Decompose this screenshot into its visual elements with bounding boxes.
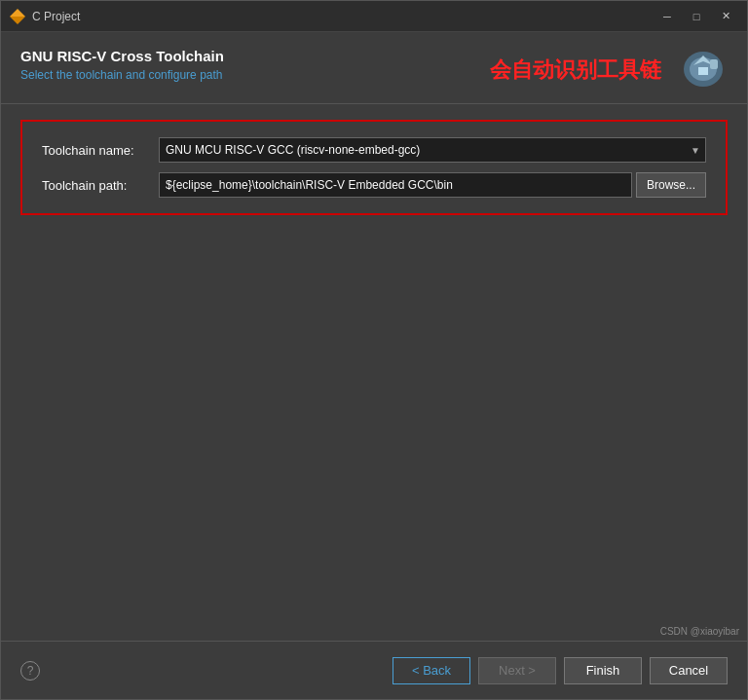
dialog-title: GNU RISC-V Cross Toolchain [20, 48, 224, 64]
browse-button[interactable]: Browse... [636, 172, 706, 198]
toolchain-name-row: Toolchain name: GNU MCU RISC-V GCC (risc… [42, 137, 706, 163]
minimize-button[interactable]: ─ [654, 6, 681, 27]
help-button[interactable]: ? [20, 661, 40, 681]
finish-button[interactable]: Finish [564, 657, 642, 684]
form-section: Toolchain name: GNU MCU RISC-V GCC (risc… [20, 120, 728, 215]
toolchain-name-input-container: GNU MCU RISC-V GCC (riscv-none-embed-gcc… [159, 137, 706, 163]
next-button[interactable]: Next > [478, 657, 556, 684]
window-controls: ─ □ ✕ [654, 6, 739, 27]
dialog-content: GNU RISC-V Cross Toolchain Select the to… [1, 32, 747, 699]
toolchain-name-select-wrapper: GNU MCU RISC-V GCC (riscv-none-embed-gcc… [159, 137, 706, 163]
svg-rect-5 [698, 67, 708, 75]
bottom-bar: ? < Back Next > Finish Cancel [1, 641, 747, 699]
close-button[interactable]: ✕ [712, 6, 739, 27]
header-left: GNU RISC-V Cross Toolchain Select the to… [20, 48, 224, 82]
window-title: C Project [32, 10, 654, 23]
toolchain-path-row: Toolchain path: Browse... [42, 172, 706, 198]
toolchain-path-input[interactable] [159, 172, 632, 198]
back-button[interactable]: < Back [393, 657, 470, 684]
content-spacer [1, 231, 747, 622]
dialog-buttons: < Back Next > Finish Cancel [393, 657, 728, 684]
toolchain-path-label: Toolchain path: [42, 178, 159, 193]
title-bar: C Project ─ □ ✕ [1, 1, 747, 32]
watermark: CSDN @xiaoyibar [1, 622, 747, 641]
header-divider [1, 103, 747, 104]
header-image [679, 48, 728, 92]
header-section: GNU RISC-V Cross Toolchain Select the to… [1, 32, 747, 103]
dialog-subtitle: Select the toolchain and configure path [20, 68, 224, 82]
main-window: C Project ─ □ ✕ GNU RISC-V Cross Toolcha… [0, 0, 748, 700]
maximize-button[interactable]: □ [683, 6, 710, 27]
toolchain-name-select[interactable]: GNU MCU RISC-V GCC (riscv-none-embed-gcc… [159, 137, 706, 163]
app-icon [9, 8, 26, 25]
svg-rect-6 [710, 59, 718, 69]
cancel-button[interactable]: Cancel [650, 657, 728, 684]
toolchain-name-label: Toolchain name: [42, 143, 159, 158]
toolchain-path-input-container: Browse... [159, 172, 706, 198]
svg-marker-1 [10, 17, 25, 24]
annotation-text: 会自动识别工具链 [490, 55, 661, 85]
svg-marker-0 [10, 9, 25, 17]
